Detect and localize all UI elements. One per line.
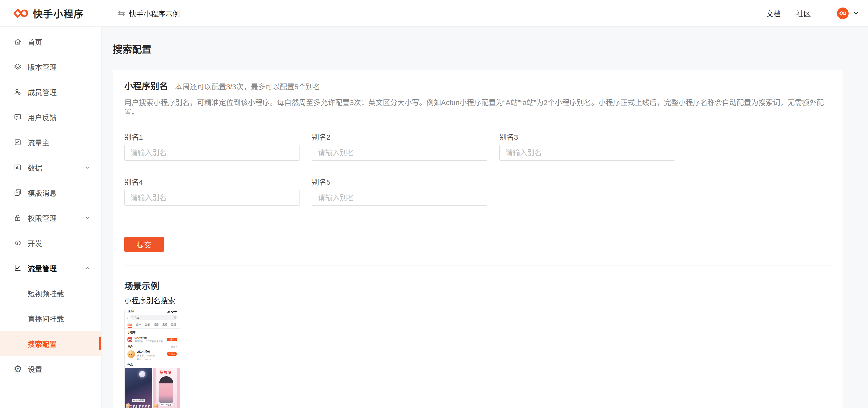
sidebar-item-feedback[interactable]: 用户反馈 <box>0 105 101 130</box>
phone-user-info: A站小视频 快手号： starbohe 粉丝： 307.2w <box>137 350 167 361</box>
section-divider <box>124 265 831 266</box>
brand-title: 快手小程序 <box>33 6 84 20</box>
sidebar-item-monetize[interactable]: 流量主 <box>0 130 101 155</box>
app-switcher[interactable]: ⇆ 快手小程序示例 <box>118 8 180 19</box>
monetize-icon <box>13 138 22 146</box>
sidebar-subitem-live-room-mount[interactable]: 直播间挂载 <box>0 306 101 331</box>
sidebar-item-versions[interactable]: 版本管理 <box>0 54 101 79</box>
phone-search-input: A站 × <box>130 315 178 320</box>
alias-input-5[interactable] <box>312 190 487 206</box>
code-icon <box>13 239 22 247</box>
home-icon <box>13 37 22 46</box>
alias-quota: 本周还可以配置3/3次，最多可以配置5个别名 <box>175 81 320 92</box>
alias-input-2[interactable] <box>312 145 487 161</box>
chevron-down-icon <box>84 215 91 221</box>
header-right: 文档 社区 <box>766 7 859 19</box>
sidebar-item-traffic-management[interactable]: 流量管理 <box>0 256 101 281</box>
app-root: 快手小程序 ⇆ 快手小程序示例 文档 社区 首页 <box>0 0 868 408</box>
alias-form: 别名1 别名2 别名3 别名4 <box>124 133 831 223</box>
phone-works-header: 作品 <box>127 363 177 366</box>
user-avatar[interactable] <box>837 7 848 19</box>
phone-works-grid: ACFUN独播 NOBLESSE 猫物语 ACFUN独播 86.4W 62.2W <box>125 368 180 408</box>
alias-field-label: 别名5 <box>312 178 487 186</box>
alias-field-label: 别名4 <box>124 178 300 186</box>
alias-input-4[interactable] <box>124 190 300 206</box>
phone-user-avatar <box>127 350 135 358</box>
phone-enter-button: 进入 <box>167 338 177 341</box>
alias-field-1: 别名1 <box>124 133 300 161</box>
alias-field-label: 别名1 <box>124 133 300 141</box>
sidebar-item-settings[interactable]: ⚙ 设置 <box>0 356 101 381</box>
alias-field-label: 别名2 <box>312 133 487 141</box>
switch-icon: ⇆ <box>118 9 125 18</box>
phone-status-icons <box>167 310 177 313</box>
avatar-logo-icon <box>839 11 846 16</box>
phone-miniapp-section: 小程序 AcFun 海量动画、二次元视频免费看 进入 <box>125 331 180 343</box>
moon-decoration <box>139 371 145 377</box>
chevron-down-icon <box>84 164 91 171</box>
work-thumbnail-2: 猫物语 ACFUN独播 <box>153 368 180 408</box>
sidebar-item-permissions[interactable]: 权限管理 <box>0 205 101 230</box>
phone-miniapp-name-row: AcFun <box>134 336 167 339</box>
alias-field-4: 别名4 <box>124 178 300 206</box>
alias-input-3[interactable] <box>499 145 675 161</box>
quota-remaining: 3 <box>226 83 230 91</box>
phone-follow-button: + 关注 <box>167 352 177 356</box>
phone-tab-users: 用户 <box>136 322 141 326</box>
account-chevron-down-icon[interactable] <box>852 10 859 17</box>
sidebar-item-template-message[interactable]: 模版消息 <box>0 180 101 205</box>
phone-tab-topic: 话题 <box>171 322 176 326</box>
chevron-up-icon <box>84 265 91 271</box>
sidebar-item-members[interactable]: 成员管理 <box>0 79 101 105</box>
page-title: 搜索配置 <box>113 44 842 55</box>
alias-input-1[interactable] <box>124 145 300 161</box>
sidebar: 首页 版本管理 成员管理 <box>0 27 101 408</box>
feedback-icon <box>13 113 22 121</box>
example-subtitle: 小程序别名搜索 <box>124 297 831 305</box>
nav-docs-link[interactable]: 文档 <box>766 8 781 19</box>
work-title: 猫物语 <box>160 370 172 374</box>
main-content: 搜索配置 小程序别名 本周还可以配置3/3次，最多可以配置5个别名 用户搜索小程… <box>101 27 868 408</box>
phone-miniapp-info: AcFun 海量动画、二次元视频免费看 <box>134 336 167 343</box>
phone-search-row: ‹ A站 × <box>126 315 178 320</box>
alias-card: 小程序别名 本周还可以配置3/3次，最多可以配置5个别名 用户搜索小程序别名，可… <box>113 70 842 408</box>
data-icon <box>13 163 22 172</box>
work-author-avatar <box>154 403 158 408</box>
phone-user-section: 用户 更多 > A站小视频 快手号： starbohe 粉丝： 307.2w +… <box>125 345 180 361</box>
alias-field-3: 别名3 <box>499 133 675 161</box>
phone-more-link: 更多 > <box>171 345 177 348</box>
character-figure <box>159 376 173 403</box>
sidebar-item-data[interactable]: 数据 <box>0 155 101 180</box>
verified-badge-icon <box>157 406 158 408</box>
clear-icon: × <box>174 316 176 319</box>
submit-button[interactable]: 提交 <box>124 237 164 252</box>
top-header: 快手小程序 ⇆ 快手小程序示例 文档 社区 <box>0 0 868 27</box>
gear-icon: ⚙ <box>13 365 22 373</box>
lock-icon <box>13 214 22 222</box>
sidebar-item-develop[interactable]: 开发 <box>0 230 101 256</box>
versions-icon <box>13 63 22 71</box>
sidebar-item-home[interactable]: 首页 <box>0 29 101 54</box>
brand[interactable]: 快手小程序 <box>13 6 84 20</box>
alias-card-title: 小程序别名 <box>124 81 168 91</box>
kuaishou-mini-logo-icon <box>134 337 137 339</box>
app-switcher-label: 快手小程序示例 <box>129 8 180 19</box>
phone-miniapp-result-row: AcFun 海量动画、二次元视频免费看 进入 <box>127 336 177 343</box>
example-phone-screenshot: 12:08 <box>124 308 180 408</box>
acfun-exclusive-badge: ACFUN独播 <box>160 403 173 406</box>
phone-time: 12:08 <box>127 310 134 313</box>
work-author-avatar <box>126 403 130 408</box>
phone-user-result-row: A站小视频 快手号： starbohe 粉丝： 307.2w + 关注 <box>127 350 177 361</box>
nav-community-link[interactable]: 社区 <box>796 8 811 19</box>
sidebar-subitem-short-video-mount[interactable]: 短视频挂载 <box>0 281 101 306</box>
kuaishou-logo-icon <box>13 8 28 19</box>
alias-card-head: 小程序别名 本周还可以配置3/3次，最多可以配置5个别名 <box>124 81 831 92</box>
back-chevron-icon: ‹ <box>126 315 130 320</box>
alias-description: 用户搜索小程序别名，可精准定位到该小程序。每自然周至多允许配置3次；英文区分大小… <box>124 98 831 117</box>
sidebar-subitem-search-config[interactable]: 搜索配置 <box>0 331 101 356</box>
example-title: 场景示例 <box>124 281 831 292</box>
phone-tab-all: 综合 <box>127 322 132 326</box>
phone-tab-music: 音乐 <box>145 322 150 326</box>
acfun-app-icon <box>127 337 132 342</box>
work-thumbnail-1: ACFUN独播 NOBLESSE <box>125 368 152 408</box>
